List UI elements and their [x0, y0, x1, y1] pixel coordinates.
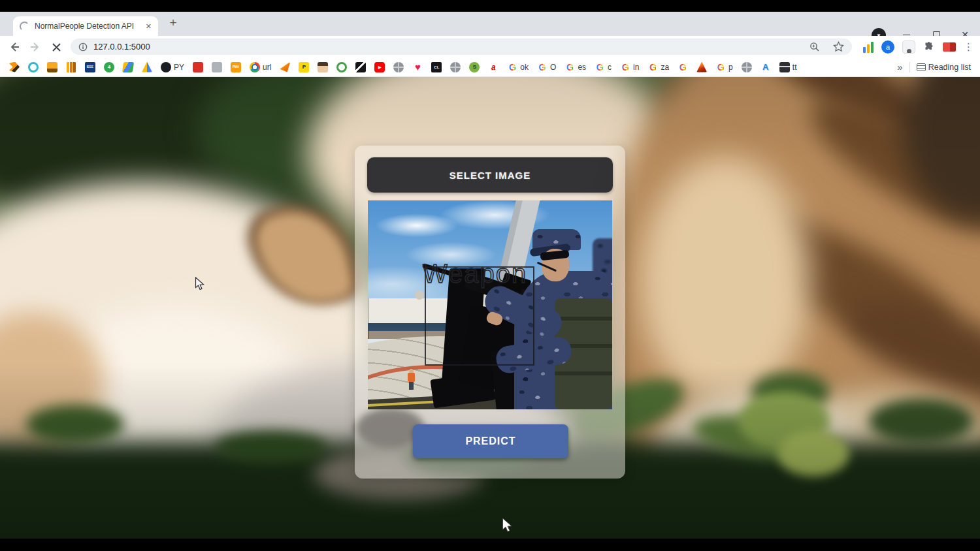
bookmark-item-orange-app[interactable] [47, 62, 57, 72]
bookmark-item-github-py[interactable]: PY [161, 62, 184, 72]
preview-dome [415, 291, 424, 300]
yellow-p-icon: P [299, 62, 309, 72]
select-image-button[interactable]: SELECT IMAGE [367, 157, 613, 193]
reading-list-label: Reading list [928, 63, 971, 72]
cl-site-icon: CL [431, 62, 442, 72]
bookmark-label: url [263, 63, 271, 72]
google-ok-icon: G [507, 62, 517, 72]
globe-3-icon [742, 62, 752, 72]
bookmarks-bar: IEEE4PYPMAurlP▶♥CLSaGokGOGesGcGinGzaGGpA… [0, 57, 980, 77]
green-ring-app-icon [336, 62, 347, 72]
google-ads-triangle-icon [142, 62, 152, 72]
detection-card: SELECT IMAGE [355, 146, 625, 479]
bookmark-item-yellow-p[interactable]: P [299, 62, 309, 72]
zoom-icon[interactable] [809, 42, 820, 52]
page-info-icon[interactable] [78, 42, 88, 52]
bookmark-item-printer-tt[interactable]: tt [779, 62, 797, 72]
orange-bird-icon [280, 62, 290, 72]
new-tab-button[interactable]: + [165, 14, 182, 32]
bookmark-item-youtube[interactable]: ▶ [374, 62, 385, 72]
matlab-icon [696, 62, 707, 72]
url-text: 127.0.0.1:5000 [93, 42, 150, 52]
red-doc-icon [193, 62, 203, 72]
bookmark-label: za [661, 63, 669, 72]
bookmark-item-phpmyadmin[interactable]: PMA [231, 62, 241, 72]
letterbox-bottom [0, 539, 980, 551]
bookmark-item-url-shortener[interactable]: url [250, 62, 271, 72]
gray-extension-icon[interactable] [902, 40, 915, 54]
reading-list-icon [917, 63, 926, 71]
bookmark-item-gray-app[interactable] [212, 62, 222, 72]
bookmark-item-google-za[interactable]: Gza [647, 62, 669, 72]
browser-menu-icon[interactable]: ⋮ [964, 41, 973, 53]
bookmark-item-green-ring-app[interactable] [336, 62, 347, 72]
flame-app-icon [9, 62, 20, 72]
browser-toolbar: 127.0.0.1:5000 a ⋮ [0, 36, 980, 57]
heart-icon: ♥ [412, 62, 423, 72]
extensions-puzzle-icon[interactable] [923, 41, 935, 53]
bookmark-item-matlab[interactable] [696, 62, 707, 72]
bookmark-item-green-s[interactable]: S [469, 62, 480, 72]
google-za-icon: G [647, 62, 658, 72]
minimize-icon [903, 35, 910, 35]
bookmark-item-teal-app[interactable] [28, 62, 39, 72]
bookmark-item-google-in[interactable]: Gin [620, 62, 639, 72]
bookmark-item-dark-app[interactable] [355, 62, 366, 72]
bookmark-item-globe-3[interactable] [742, 62, 752, 72]
bookmark-item-heart[interactable]: ♥ [412, 62, 423, 72]
letterbox-top [0, 0, 980, 12]
bookmark-item-google-o[interactable]: GO [537, 62, 556, 72]
bookmark-item-analytics[interactable] [66, 62, 76, 72]
airtel-icon: a [488, 62, 498, 72]
bookmark-item-globe-2[interactable] [450, 62, 461, 72]
phpmyadmin-icon: PMA [231, 62, 241, 72]
bookmark-item-google-ok[interactable]: Gok [507, 62, 529, 72]
analytics-extension-icon[interactable] [863, 41, 874, 53]
bookmark-item-blue-a[interactable]: A [760, 62, 771, 72]
forward-button[interactable] [27, 39, 43, 55]
predict-button[interactable]: PREDICT [413, 424, 568, 458]
bookmark-item-google-p[interactable]: Gp [715, 62, 733, 72]
predict-label: PREDICT [465, 435, 515, 447]
google-in-icon: G [620, 62, 630, 72]
bookmark-item-orange-bird[interactable] [280, 62, 290, 72]
bookmark-item-globe-1[interactable] [393, 62, 404, 72]
bookmark-label: c [608, 63, 612, 72]
bookmark-item-google-c[interactable]: Gc [595, 62, 612, 72]
page-content: SELECT IMAGE [0, 77, 980, 539]
extension-icons: a ⋮ [863, 39, 973, 55]
stop-loading-button[interactable] [48, 39, 64, 55]
bookmark-item-flame-app[interactable] [9, 62, 20, 72]
tab-close-icon[interactable]: ✕ [146, 22, 152, 31]
bookmark-item-green-four[interactable]: 4 [104, 62, 114, 72]
red-extension-icon[interactable] [943, 42, 956, 52]
bookmark-star-icon[interactable] [833, 41, 844, 52]
globe-1-icon [393, 62, 404, 72]
google-ads-icon [122, 62, 134, 72]
mouse-cursor-secondary [502, 518, 514, 536]
browser-tab[interactable]: NormalPeople Detection API ✕ [13, 16, 158, 36]
bookmark-item-google-ads-triangle[interactable] [142, 62, 152, 72]
uploaded-image-preview: Weapon [368, 200, 612, 409]
bookmark-label: O [550, 63, 556, 72]
blue-a-icon: A [760, 62, 771, 72]
reading-list-button[interactable]: Reading list [917, 63, 971, 72]
bookmark-item-google-ads[interactable] [123, 62, 133, 72]
globe-2-icon [450, 62, 461, 72]
bookmark-item-airtel[interactable]: a [488, 62, 498, 72]
google-c-icon: G [595, 62, 605, 72]
bookmark-item-google-es[interactable]: Ges [564, 62, 586, 72]
bookmark-item-cl-site[interactable]: CL [431, 62, 442, 72]
url-bar[interactable]: 127.0.0.1:5000 [71, 39, 852, 55]
bookmark-item-face-app[interactable] [318, 62, 328, 72]
bookmark-label: es [578, 63, 586, 72]
green-four-icon: 4 [104, 62, 114, 72]
bookmark-label: tt [792, 63, 797, 72]
back-button[interactable] [7, 39, 22, 55]
dark-app-icon [355, 62, 366, 72]
bookmark-item-google[interactable]: G [678, 62, 688, 72]
bookmark-item-red-doc[interactable] [193, 62, 203, 72]
bookmark-item-ieee[interactable]: IEEE [85, 62, 95, 72]
blue-a-extension-icon[interactable]: a [881, 40, 894, 54]
bookmarks-overflow-chevron[interactable]: » [897, 61, 902, 72]
